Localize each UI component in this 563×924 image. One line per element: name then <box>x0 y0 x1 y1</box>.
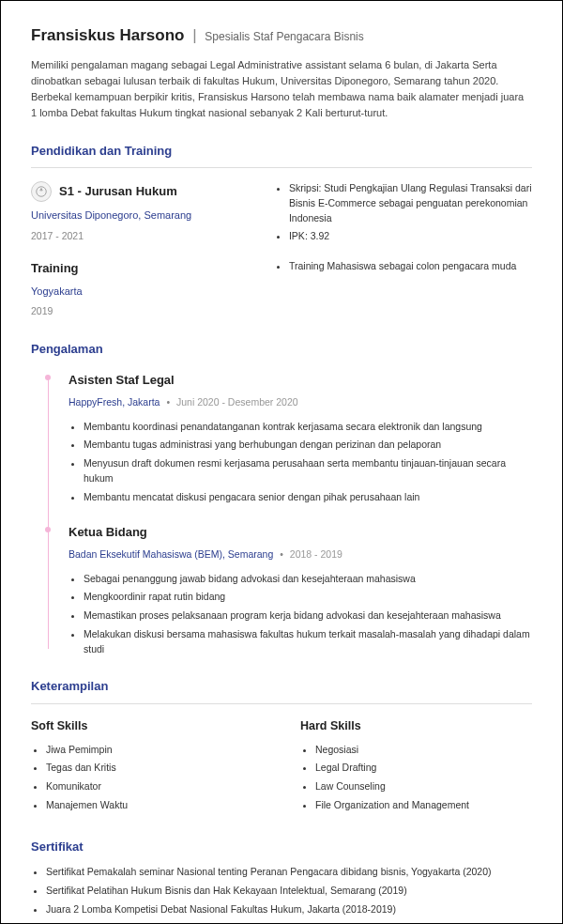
degree-name: S1 - Jurusan Hukum <box>59 182 177 201</box>
list-item: Sertifikat Pemakalah seminar Nasional te… <box>46 865 532 880</box>
job-meta: HappyFresh, Jakarta • Juni 2020 - Desemb… <box>68 395 532 410</box>
job-bullets: Membantu koordinasi penandatanganan kont… <box>68 420 532 505</box>
soft-skills-list: Jiwa Pemimpin Tegas dan Kritis Komunikat… <box>31 743 263 813</box>
list-item: Law Counseling <box>315 779 532 794</box>
list-item: Juara 2 Lomba Kompetisi Debat Nasional F… <box>46 902 532 917</box>
list-item: Membantu koordinasi penandatanganan kont… <box>84 420 532 435</box>
education-dates: 2019 <box>31 304 251 319</box>
summary-text: Memiliki pengalaman magang sebagai Legal… <box>31 57 532 121</box>
list-item: Melakukan diskusi bersama mahasiswa faku… <box>84 627 532 657</box>
list-item: Sertifikat Pelatihan Hukum Bisnis dan Ha… <box>46 884 532 899</box>
list-item: Tegas dan Kritis <box>46 761 263 776</box>
list-item: Sebagai penanggung jawab bidang advokasi… <box>84 572 532 587</box>
institution-name: Universitas Diponegoro, Semarang <box>31 208 251 223</box>
list-item: Komunikator <box>46 779 263 794</box>
skills-title: Keterampilan <box>31 677 532 704</box>
experience-timeline: Asisten Staf Legal HappyFresh, Jakarta •… <box>31 371 532 656</box>
list-item: Mengkoordinir rapat rutin bidang <box>84 590 532 605</box>
list-item: Skripsi: Studi Pengkajian Ulang Regulasi… <box>289 181 532 225</box>
job-meta: Badan Eksekutif Mahasiswa (BEM), Semaran… <box>68 547 532 562</box>
experience-section: Pengalaman Asisten Staf Legal HappyFresh… <box>31 340 532 657</box>
list-item: Legal Drafting <box>315 761 532 776</box>
list-item: Negosiasi <box>315 743 532 758</box>
list-item: Membantu tugas administrasi yang berhubu… <box>84 438 532 453</box>
meta-separator: • <box>166 396 170 408</box>
list-item: Jiwa Pemimpin <box>46 743 263 758</box>
hard-skills-heading: Hard Skills <box>300 717 532 735</box>
experience-title: Pengalaman <box>31 340 532 359</box>
education-title: Pendidikan dan Training <box>31 142 532 169</box>
list-item: Membantu mencatat diskusi pengacara seni… <box>84 490 532 505</box>
education-bullets: Training Mahasiswa sebagai colon pengaca… <box>274 259 532 274</box>
person-subtitle: Spesialis Staf Pengacara Bisnis <box>205 30 363 43</box>
list-item: Menyusun draft dokumen resmi kerjasama p… <box>84 456 532 486</box>
education-item: Training Yogyakarta 2019 Training Mahasi… <box>31 259 532 319</box>
meta-separator: • <box>280 548 283 560</box>
list-item: Manajemen Waktu <box>46 798 263 813</box>
education-item: S1 - Jurusan Hukum Universitas Diponegor… <box>31 181 532 248</box>
education-section: Pendidikan dan Training S1 - Jurusan Huk… <box>31 142 532 319</box>
university-seal-icon <box>31 181 52 202</box>
list-item: Memastikan proses pelaksanaan program ke… <box>84 608 532 624</box>
soft-skills-heading: Soft Skills <box>31 717 263 735</box>
person-name: Fransiskus Harsono <box>31 26 184 44</box>
experience-item: Ketua Bidang Badan Eksekutif Mahasiswa (… <box>68 523 532 656</box>
experience-item: Asisten Staf Legal HappyFresh, Jakarta •… <box>68 371 532 504</box>
certificates-title: Sertifikat <box>31 838 532 856</box>
degree-name: Training <box>31 259 251 278</box>
job-dates: 2018 - 2019 <box>290 548 342 560</box>
hard-skills-list: Negosiasi Legal Drafting Law Counseling … <box>300 743 532 813</box>
soft-skills-column: Soft Skills Jiwa Pemimpin Tegas dan Krit… <box>31 717 263 817</box>
education-dates: 2017 - 2021 <box>31 229 251 244</box>
job-dates: Juni 2020 - Desember 2020 <box>176 396 298 408</box>
skills-section: Keterampilan Soft Skills Jiwa Pemimpin T… <box>31 677 532 816</box>
list-item: File Organization and Management <box>315 798 532 813</box>
certificates-list: Sertifikat Pemakalah seminar Nasional te… <box>31 865 532 916</box>
job-title: Ketua Bidang <box>68 523 532 542</box>
job-bullets: Sebagai penanggung jawab bidang advokasi… <box>68 572 532 657</box>
institution-name: Yogyakarta <box>31 284 251 300</box>
job-company: HappyFresh, Jakarta <box>68 396 160 408</box>
resume-header: Fransiskus Harsono | Spesialis Staf Peng… <box>31 23 532 121</box>
certificates-section: Sertifikat Sertifikat Pemakalah seminar … <box>31 838 532 917</box>
title-divider: | <box>192 26 196 44</box>
job-title: Asisten Staf Legal <box>68 371 532 390</box>
list-item: Training Mahasiswa sebagai colon pengaca… <box>289 259 532 274</box>
hard-skills-column: Hard Skills Negosiasi Legal Drafting Law… <box>300 717 532 817</box>
list-item: IPK: 3.92 <box>289 229 532 244</box>
job-company: Badan Eksekutif Mahasiswa (BEM), Semaran… <box>68 548 273 560</box>
education-bullets: Skripsi: Studi Pengkajian Ulang Regulasi… <box>274 181 532 244</box>
name-row: Fransiskus Harsono | Spesialis Staf Peng… <box>31 23 532 48</box>
